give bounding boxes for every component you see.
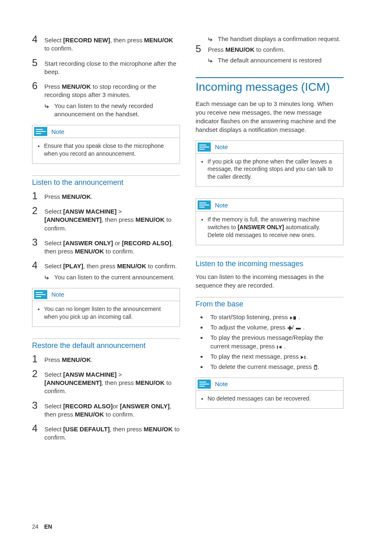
list-item: To play the next message, press .	[207, 352, 344, 361]
step-1: 1 Press MENU/OK.	[32, 354, 180, 364]
step-number: 6	[32, 81, 44, 118]
result-arrow-icon	[208, 35, 218, 42]
note-title: Note	[215, 380, 228, 387]
note-text: If the memory is full, the answering mac…	[208, 216, 337, 239]
section-heading: Listen to the incoming messages	[196, 257, 344, 268]
result-arrow-icon	[208, 56, 218, 64]
step-5: 5 Press MENU/OK to confirm. The default …	[196, 44, 344, 65]
note-text: No deleted messages can be recovered.	[208, 395, 337, 403]
svg-rect-1	[296, 328, 301, 329]
svg-rect-2	[277, 345, 278, 349]
step-2: 2 Select [ANSW MACHINE] > [ANNOUNCEMENT]…	[32, 369, 180, 396]
sub-step: You can listen to the current announceme…	[44, 273, 177, 281]
step-text: Press MENU/OK to stop recording or the r…	[44, 81, 180, 118]
step-text: Start recording close to the microphone …	[44, 58, 180, 76]
note-text: Ensure that you speak close to the micro…	[44, 142, 174, 158]
list-item: To adjust the volume, press / .	[207, 323, 344, 332]
bullet-list: To start/Stop listening, press . To adju…	[196, 313, 344, 371]
result-arrow-icon	[44, 273, 54, 281]
list-item: To start/Stop listening, press .	[207, 313, 344, 321]
note-icon	[34, 127, 47, 136]
step-number: 4	[32, 35, 44, 53]
svg-rect-0	[293, 316, 296, 320]
note-text: If you pick up the phone when the caller…	[208, 158, 337, 181]
step-4: 4 Select [USE DEFAULT], then press MENU/…	[32, 424, 180, 442]
sub-step: The handset displays a confirmation requ…	[208, 35, 344, 42]
continuation: The handset displays a confirmation requ…	[196, 35, 344, 42]
note-box: Note No deleted messages can be recovere…	[196, 378, 344, 409]
note-icon	[198, 200, 211, 210]
step-3: 3 Select [ANSWER ONLY] or [RECORD ALSO],…	[32, 237, 180, 256]
paragraph: You can listen to the incoming messages …	[196, 272, 344, 290]
section-heading: Restore the default announcement	[32, 338, 180, 350]
right-column: The handset displays a confirmation requ…	[196, 33, 344, 505]
note-box: Note If the memory is full, the answerin…	[196, 198, 344, 245]
delete-icon	[314, 365, 318, 370]
step-4b: 4 Select [PLAY], then press MENU/OK to c…	[32, 260, 180, 281]
step-1: 1 Press MENU/OK.	[32, 191, 180, 201]
list-item: To play the previous message/Replay the …	[207, 333, 344, 350]
note-title: Note	[51, 128, 65, 135]
left-column: 4 Select [RECORD NEW], then press MENU/O…	[32, 33, 180, 505]
main-heading: Incoming messages (ICM)	[196, 77, 344, 94]
list-item: To delete the current message, press .	[207, 362, 344, 371]
sub-step: The default announcement is restored	[208, 56, 322, 64]
step-number: 5	[32, 58, 44, 76]
page-footer: 24 EN	[32, 523, 52, 530]
note-box: Note If you pick up the phone when the c…	[196, 140, 344, 187]
play-pause-icon	[290, 316, 297, 320]
note-box: Note You can no longer listen to the ann…	[32, 288, 180, 327]
note-icon	[198, 380, 211, 389]
step-5: 5 Start recording close to the microphon…	[32, 58, 180, 76]
note-icon	[198, 143, 211, 152]
step-6: 6 Press MENU/OK to stop recording or the…	[32, 81, 180, 118]
minus-icon	[295, 327, 301, 330]
note-title: Note	[215, 143, 228, 150]
note-icon	[34, 290, 47, 299]
note-text: You can no longer listen to the announce…	[44, 305, 174, 321]
note-title: Note	[51, 291, 65, 298]
step-text: Select [RECORD NEW], then press MENU/OK …	[44, 35, 180, 53]
result-arrow-icon	[44, 102, 54, 119]
language-code: EN	[44, 523, 52, 530]
step-2: 2 Select [ANSW MACHINE] > [ANNOUNCEMENT]…	[32, 206, 180, 233]
step-3: 3 Select [RECORD ALSO]or [ANSWER ONLY], …	[32, 401, 180, 419]
section-heading: From the base	[196, 297, 344, 309]
prev-icon	[277, 345, 282, 349]
note-box: Note Ensure that you speak close to the …	[32, 125, 180, 164]
plus-icon	[287, 325, 292, 330]
paragraph: Each message can be up to 3 minutes long…	[196, 99, 344, 134]
next-icon	[300, 355, 306, 359]
svg-rect-3	[304, 356, 305, 359]
step-4: 4 Select [RECORD NEW], then press MENU/O…	[32, 35, 180, 53]
note-title: Note	[215, 202, 228, 209]
section-heading: Listen to the announcement	[32, 175, 180, 187]
sub-step: You can listen to the newly recorded ann…	[44, 102, 180, 119]
page-number: 24	[32, 523, 39, 530]
